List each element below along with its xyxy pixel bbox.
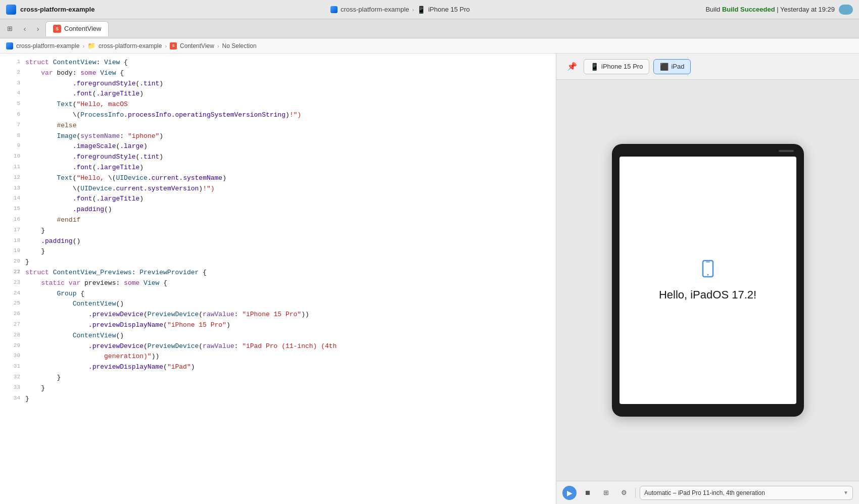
bc-app-icon	[6, 42, 13, 49]
ipad-tab-icon: ⬛	[660, 63, 669, 71]
ipad-tab-label: iPad	[671, 63, 684, 70]
code-line: 1struct ContentView: View {	[0, 58, 556, 68]
ipad-tab-button[interactable]: ⬛ iPad	[653, 59, 691, 74]
ipad-top-bar	[779, 150, 794, 152]
bc-selection: No Selection	[222, 42, 257, 49]
back-button[interactable]: ‹	[19, 23, 30, 34]
code-line: 30 generation)"))	[0, 351, 556, 362]
code-line: 16 #endif	[0, 215, 556, 226]
bc-folder-label: cross-platform-example	[99, 42, 162, 49]
iphone-tab-button[interactable]: 📱 iPhone 15 Pro	[584, 59, 649, 74]
bc-sep2: ›	[165, 43, 167, 49]
separator	[635, 488, 636, 498]
code-line: 24 Group {	[0, 289, 556, 299]
code-line: 8 Image(systemName: "iphone")	[0, 131, 556, 142]
folder-icon: 📁	[87, 42, 96, 49]
swift-tab-icon: S	[53, 25, 61, 33]
code-line: 7 #else	[0, 121, 556, 131]
code-line: 18 .padding()	[0, 236, 556, 247]
iphone-icon: 📱	[417, 6, 425, 14]
code-line: 26 .previewDevice(PreviewDevice(rawValue…	[0, 310, 556, 320]
device-badge: 📱 iPhone 15 Pro	[417, 6, 469, 14]
svg-point-2	[707, 274, 708, 275]
preview-canvas: Hello, iPadOS 17.2!	[556, 80, 859, 481]
iphone-tab-icon: 📱	[590, 63, 599, 71]
app-title: cross-platform-example	[20, 6, 94, 13]
breadcrumb-bar: cross-platform-example › 📁 cross-platfor…	[0, 38, 859, 54]
code-line: 34}	[0, 394, 556, 405]
forward-button[interactable]: ›	[32, 23, 43, 34]
code-line: 2 var body: some View {	[0, 68, 556, 79]
main-content: 1struct ContentView: View { 2 var body: …	[0, 54, 859, 504]
code-line: 17 }	[0, 226, 556, 236]
code-line: 14 .font(.largeTitle)	[0, 194, 556, 205]
preview-bottom-bar: ▶ ⏹ ⊞ ⚙ Automatic – iPad Pro 11-inch, 4t…	[556, 481, 859, 504]
code-line: 6 \(ProcessInfo.processInfo.operatingSys…	[0, 110, 556, 121]
code-line: 9 .imageScale(.large)	[0, 141, 556, 152]
code-line: 13 \(UIDevice.current.systemVersion)!")	[0, 184, 556, 194]
tab-label: ContentView	[64, 25, 101, 32]
ipad-phone-icon	[699, 260, 717, 282]
code-line: 33 }	[0, 383, 556, 394]
project-icon	[330, 6, 338, 13]
code-line: 31 .previewDisplayName("iPad")	[0, 362, 556, 373]
code-line: 19 }	[0, 246, 556, 257]
play-button[interactable]: ▶	[562, 486, 577, 500]
device-selector[interactable]: Automatic – iPad Pro 11-inch, 4th genera…	[640, 486, 853, 500]
build-status: Build Build Succeeded | Yesterday at 19:…	[705, 6, 835, 13]
breadcrumb-sep-1: ›	[412, 7, 414, 13]
iphone-tab-label: iPhone 15 Pro	[601, 63, 643, 70]
title-bar-left: cross-platform-example	[6, 5, 94, 15]
code-line: 4 .font(.largeTitle)	[0, 89, 556, 99]
grid-button[interactable]: ⊞	[4, 23, 15, 34]
code-line: 28 ContentView()	[0, 331, 556, 341]
code-line: 15 .padding()	[0, 205, 556, 215]
device-selector-label: Automatic – iPad Pro 11-inch, 4th genera…	[644, 489, 765, 496]
ipad-hello-text: Hello, iPadOS 17.2!	[659, 288, 756, 301]
ipad-screen: Hello, iPadOS 17.2!	[619, 157, 796, 404]
code-editor[interactable]: 1struct ContentView: View { 2 var body: …	[0, 54, 556, 504]
tab-content-view[interactable]: S ContentView	[45, 21, 109, 36]
code-line: 22struct ContentView_Previews: PreviewPr…	[0, 268, 556, 278]
pin-button[interactable]: 📌	[564, 59, 580, 74]
ipad-frame: Hello, iPadOS 17.2!	[612, 144, 804, 417]
settings-button[interactable]: ⚙	[617, 486, 631, 500]
cloud-icon	[839, 5, 853, 15]
title-bar-center: cross-platform-example › 📱 iPhone 15 Pro	[103, 6, 697, 14]
bc-sep1: ›	[82, 43, 84, 49]
code-line: 10 .foregroundStyle(.tint)	[0, 152, 556, 163]
code-line: 32 }	[0, 373, 556, 383]
swift-bc-icon: S	[170, 42, 177, 49]
code-line: 11 .font(.largeTitle)	[0, 163, 556, 173]
breadcrumb-project: cross-platform-example	[330, 6, 409, 13]
preview-panel: 📌 📱 iPhone 15 Pro ⬛ iPad	[556, 54, 859, 504]
code-line: 5 Text("Hello, macOS	[0, 99, 556, 110]
bc-folder: 📁 cross-platform-example	[87, 42, 162, 49]
code-line: 23 static var previews: some View {	[0, 278, 556, 289]
svg-rect-1	[706, 262, 710, 263]
bc-file: S ContentView	[170, 42, 214, 49]
title-bar: cross-platform-example cross-platform-ex…	[0, 0, 859, 19]
tab-bar: ⊞ ‹ › S ContentView	[0, 19, 859, 38]
code-line: 3 .foregroundStyle(.tint)	[0, 79, 556, 89]
app-icon	[6, 5, 16, 15]
preview-toolbar: 📌 📱 iPhone 15 Pro ⬛ iPad	[556, 54, 859, 80]
code-line: 27 .previewDisplayName("iPhone 15 Pro")	[0, 320, 556, 331]
code-line: 12 Text("Hello, \(UIDevice.current.syste…	[0, 173, 556, 184]
code-line: 25 ContentView()	[0, 299, 556, 310]
inspect-button[interactable]: ⊞	[599, 486, 613, 500]
title-bar-right: Build Build Succeeded | Yesterday at 19:…	[705, 5, 853, 15]
pause-button[interactable]: ⏹	[581, 486, 595, 500]
bc-app: cross-platform-example	[6, 42, 79, 49]
code-line: 20}	[0, 257, 556, 268]
bc-app-label: cross-platform-example	[16, 42, 79, 49]
bc-sep3: ›	[217, 43, 219, 49]
code-line: 29 .previewDevice(PreviewDevice(rawValue…	[0, 341, 556, 352]
bc-file-label: ContentView	[180, 42, 214, 49]
chevron-down-icon: ▼	[843, 490, 848, 495]
